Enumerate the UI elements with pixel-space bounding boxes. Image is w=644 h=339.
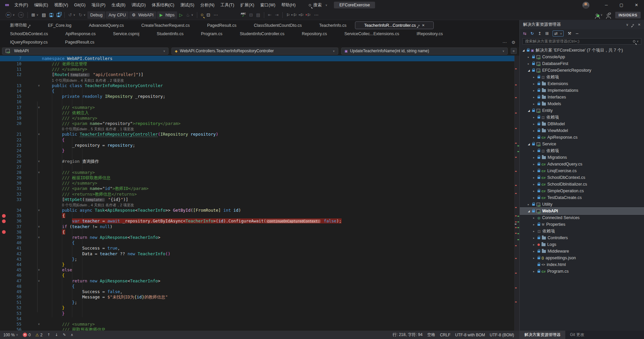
code-line[interactable]: 28∨ /// <summary>	[0, 170, 514, 175]
codelens-row[interactable]: 1 个引用|Edwin，4 天前|1 名作者，2 项更改	[0, 78, 514, 83]
breakpoint-margin[interactable]	[0, 218, 7, 224]
codelens-text[interactable]: 1 个引用|Edwin，4 天前|1 名作者，2 项更改	[52, 78, 124, 82]
editor-tab[interactable]: PagedResult.cs	[198, 21, 245, 29]
tree-item[interactable]: ◢WebAPI	[520, 208, 644, 214]
tree-item[interactable]: ▸Interfaces	[520, 94, 644, 100]
tree-chevron-icon[interactable]: ▸	[533, 270, 538, 273]
editor-tab[interactable]: StudentInfo.cs	[148, 30, 192, 38]
warning-counter[interactable]: ⚠ 2	[35, 333, 43, 337]
toolbar-overflow-icon[interactable]: ⋯	[212, 11, 219, 19]
nav-back-icon[interactable]: ←∨	[4, 11, 16, 19]
tree-item[interactable]: ▸C#Program.cs	[520, 268, 644, 275]
editor-tab[interactable]: Service.csproj	[104, 30, 148, 38]
tree-item[interactable]: ▸ViewModel	[520, 127, 644, 134]
error-counter[interactable]: ✕ 0	[23, 333, 31, 337]
code-line[interactable]: 23 _repository = repository;	[0, 143, 514, 148]
tree-item[interactable]: ▸⚒Properties	[520, 221, 644, 228]
breakpoint-margin[interactable]	[0, 229, 7, 235]
editor-scrollbar[interactable]	[514, 56, 519, 331]
feedback-button[interactable]	[604, 11, 612, 19]
tree-chevron-icon[interactable]: ▸	[533, 103, 538, 106]
code-line[interactable]: 35 {	[0, 213, 514, 218]
refresh-icon[interactable]: ↻	[530, 31, 534, 36]
tree-chevron-icon[interactable]: ▸	[533, 129, 538, 132]
fold-margin[interactable]: ∨	[21, 159, 42, 164]
editor-options-icon[interactable]: ⚙	[511, 40, 515, 45]
tree-item[interactable]: ▸◫依赖项	[520, 114, 644, 121]
save-icon[interactable]	[48, 11, 55, 19]
platform-dropdown[interactable]: Any CPU	[106, 11, 128, 19]
redo-icon[interactable]: ↻∨	[77, 11, 87, 19]
fold-margin[interactable]: ∨	[21, 322, 42, 327]
editor-tab[interactable]: SchoolDbContext.cs	[1, 30, 57, 38]
whitespace-indicator[interactable]: 空格	[427, 332, 435, 338]
editor-tab[interactable]: CreateTeacherRequest.cs	[133, 21, 199, 29]
code-line[interactable]: 31 /// <param name="id">教师ID</param>	[0, 186, 514, 191]
save-all-icon[interactable]	[55, 11, 62, 19]
codelens-row[interactable]: 0 个引用|Edwin，4 天前|1 名作者，2 项更改	[0, 202, 514, 208]
cursor-position[interactable]: 行: 218, 字符: 94	[392, 332, 422, 338]
configuration-dropdown[interactable]: Debug	[87, 11, 105, 19]
tree-item[interactable]: ▸Models	[520, 100, 644, 107]
tree-item[interactable]: ▸◫依赖项	[520, 147, 644, 154]
code-line[interactable]: 13∨ public class TeacherInfoRepositoryCo…	[0, 83, 514, 88]
fold-chevron-icon[interactable]: ∨	[38, 105, 40, 110]
hot-reload-icon[interactable]: ♨∨	[185, 11, 195, 19]
code-line[interactable]: 48 {	[0, 284, 514, 289]
start-without-debugging-icon[interactable]: ▷	[178, 11, 184, 19]
minimize-button[interactable]: ─	[599, 0, 614, 10]
code-line[interactable]: 43 };	[0, 257, 514, 262]
maximize-button[interactable]: ▢	[614, 0, 629, 10]
fold-margin[interactable]: ∨	[21, 132, 42, 137]
fold-chevron-icon[interactable]: ∨	[38, 132, 40, 137]
tree-chevron-icon[interactable]: ▸	[533, 236, 538, 240]
menu-item[interactable]: 扩展(X)	[237, 0, 257, 10]
code-line[interactable]: 46 {	[0, 273, 514, 278]
tree-item[interactable]: ▸Migrations	[520, 154, 644, 161]
fold-chevron-icon[interactable]: ∨	[38, 83, 40, 88]
editor-tab[interactable]: IRepository.cs	[408, 30, 451, 38]
tree-chevron-icon[interactable]: ▸	[533, 136, 538, 139]
menu-item[interactable]: Git(G)	[71, 0, 88, 10]
fold-margin[interactable]: ∨	[21, 83, 42, 88]
code-line[interactable]: 40 {	[0, 240, 514, 246]
member-dropdown[interactable]: ▣ UpdateTeacherInfoName(int id, string n…	[341, 48, 508, 55]
find-in-files-icon[interactable]	[200, 11, 205, 19]
zoom-control[interactable]: 100 % ∨	[3, 333, 18, 337]
tree-chevron-icon[interactable]: ▸	[533, 183, 538, 186]
tree-chevron-icon[interactable]: ◢	[528, 210, 532, 213]
title-search[interactable]: 搜索 ∨	[307, 2, 330, 8]
pen-icon[interactable]: ✎	[63, 333, 66, 337]
tree-item[interactable]: ▸Extensions	[520, 80, 644, 87]
panel-position-icon[interactable]: ∨	[626, 23, 628, 26]
tree-chevron-icon[interactable]: ▸	[533, 243, 538, 246]
editor-tab[interactable]: TeacherInfoR...Controller.cs✕	[355, 21, 434, 29]
split-editor-button[interactable]: ≡	[511, 48, 517, 54]
tree-chevron-icon[interactable]: ◢	[522, 49, 527, 52]
editor-tab[interactable]: IQueryRepository.cs	[1, 38, 56, 46]
tree-item[interactable]: ▸Logs	[520, 241, 644, 248]
tree-chevron-icon[interactable]: ▸	[533, 216, 538, 219]
code-line[interactable]: 11 /// </summary>	[0, 67, 514, 72]
code-line[interactable]: 44 }	[0, 262, 514, 267]
menu-item[interactable]: 工具(T)	[217, 0, 237, 10]
code-line[interactable]: 33 [HttpGet(template: "{id}")]	[0, 197, 514, 202]
bookmarks-overflow-icon[interactable]: ⋯	[313, 11, 320, 19]
tree-chevron-icon[interactable]: ▸	[533, 223, 538, 226]
editor-tab[interactable]: ServiceCollec...Extensions.cs	[336, 30, 408, 38]
encoding-indicator[interactable]: UTF-8 with BOM	[455, 333, 485, 337]
code-line[interactable]: 45∨ else	[0, 267, 514, 273]
arrow-down-icon[interactable]: ↓	[55, 333, 58, 337]
codelens-row[interactable]: 0 个引用|Edwin，5 天前|1 名作者，1 项更改	[0, 126, 514, 132]
breakpoint-icon[interactable]	[2, 230, 6, 234]
document-outline-icon[interactable]: ▤	[255, 11, 262, 19]
fold-chevron-icon[interactable]: ∨	[38, 235, 40, 240]
sync-active-doc-icon[interactable]: ⇄∨	[553, 30, 564, 37]
fold-margin[interactable]: ∨	[21, 208, 42, 213]
tree-item[interactable]: ◢EFCoreGenericRepository	[520, 67, 644, 74]
project-dropdown[interactable]: WebAPI ∨	[2, 48, 168, 55]
tree-item[interactable]: ▸Controllers	[520, 234, 644, 241]
tabs-overflow-icon[interactable]: ⋯	[502, 40, 507, 45]
tree-chevron-icon[interactable]: ▸	[533, 149, 538, 152]
code-line[interactable]: 42 Data = teacher ?? new TeacherInfo()	[0, 251, 514, 257]
